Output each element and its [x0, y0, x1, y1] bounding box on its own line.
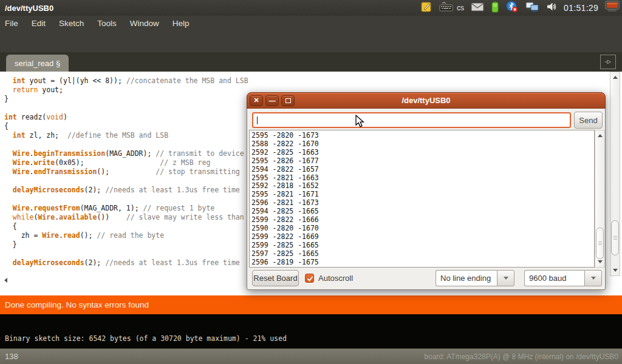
serial-monitor-window: ✕ — /dev/ttyUSB0 Send 2595 -2820 -167325…	[247, 92, 606, 290]
code-line: int zl, zh; //define the MSB and LSB	[4, 131, 248, 140]
tab-menu-button[interactable]	[600, 55, 616, 69]
scroll-up-icon[interactable]	[613, 76, 618, 79]
serial-output-line: 2596 -2821 -1673	[251, 199, 594, 207]
code-line: Wire.beginTransmission(MAG_ADDR); // tra…	[4, 149, 248, 158]
keyboard-icon[interactable]	[439, 1, 454, 15]
editor-scrollbar-thumb[interactable]	[611, 220, 619, 255]
code-line	[4, 195, 248, 204]
menu-item-sketch[interactable]: Sketch	[59, 19, 84, 28]
autoscroll-checkbox[interactable]	[305, 274, 314, 283]
close-button[interactable]: ✕	[250, 95, 263, 106]
network-icon[interactable]	[525, 1, 539, 15]
text-caret	[257, 116, 258, 124]
reset-board-button[interactable]: Reset Board	[252, 270, 299, 286]
serial-controls: Reset Board Autoscroll No line ending 96…	[247, 270, 606, 291]
code-line: while(Wire.available()) // slave may wri…	[4, 213, 248, 222]
autoscroll-label: Autoscroll	[318, 274, 353, 283]
code-line	[4, 140, 248, 149]
line-ending-select[interactable]: No line ending	[436, 270, 514, 286]
code-line: int yout = (yl|(yh << 8)); //concatenate…	[4, 76, 248, 86]
code-line: int readz(void)	[4, 113, 248, 122]
serial-output-line: 2595 -2820 -1673	[251, 132, 594, 140]
menu-item-tools[interactable]: Tools	[97, 19, 117, 28]
note-icon[interactable]	[420, 1, 432, 15]
code-line: delayMicroseconds(2); //needs at least 1…	[4, 186, 248, 195]
line-number: 138	[0, 352, 18, 361]
serial-window-title: /dev/ttyUSB0	[247, 96, 605, 105]
serial-output-line: 2588 -2822 -1670	[251, 140, 594, 149]
chevron-down-icon[interactable]	[497, 270, 514, 286]
code-line: }	[4, 95, 248, 104]
volume-icon[interactable]	[546, 1, 557, 15]
serial-output-line: 2595 -2821 -1663	[251, 174, 594, 183]
desktop: /dev/ttyUSB0 cs 01:51:	[0, 0, 622, 364]
code-line: zh = Wire.read(); // read the byte	[4, 231, 248, 240]
session-icon[interactable]	[605, 1, 620, 15]
serial-output-line: 2599 -2822 -1666	[251, 216, 594, 224]
serial-output-line: 2590 -2820 -1670	[251, 224, 594, 233]
menu-item-window[interactable]: Window	[130, 19, 159, 28]
editor-scrollbar[interactable]	[610, 72, 620, 276]
code-line	[4, 177, 248, 186]
serial-output-line: 2594 -2822 -1657	[251, 166, 594, 174]
code-line: delayMicroseconds(2); //needs at least 1…	[4, 258, 248, 268]
code-line: return yout;	[4, 86, 248, 95]
code-line: Wire.endTransmission(); // stop transmit…	[4, 167, 248, 177]
code-line	[4, 104, 248, 113]
serial-output-scrollbar[interactable]	[595, 130, 605, 268]
code-area[interactable]: int yout = (yl|(yh << 8)); //concatenate…	[4, 76, 248, 268]
maximize-button[interactable]	[281, 95, 295, 106]
serial-output-line: 2595 -2821 -1671	[251, 190, 594, 199]
serial-window-titlebar[interactable]: ✕ — /dev/ttyUSB0	[247, 92, 606, 109]
mouse-cursor	[355, 115, 364, 130]
line-ending-value[interactable]: No line ending	[436, 270, 497, 286]
tab-serial-read[interactable]: serial_read §	[6, 55, 69, 72]
serial-output: 2595 -2820 -16732588 -2822 -16702592 -28…	[249, 130, 595, 268]
console-output: Binary sketch size: 6542 bytes (of a 307…	[5, 334, 287, 343]
serial-input[interactable]	[252, 112, 571, 128]
serial-output-line: 2599 -2825 -1665	[251, 241, 594, 250]
clock[interactable]: 01:51:29	[564, 3, 598, 13]
serial-output-line: 2594 -2825 -1665	[251, 207, 594, 216]
baud-rate-select[interactable]: 9600 baud	[524, 270, 602, 286]
scroll-down-icon[interactable]	[598, 260, 603, 263]
serial-output-line: 2595 -2826 -1677	[251, 157, 594, 166]
code-line: }	[4, 240, 248, 249]
serial-scrollbar-thumb[interactable]	[596, 228, 604, 259]
code-line: {	[4, 122, 248, 131]
code-line: Wire.requestFrom(MAG_ADDR, 1); // reques…	[4, 204, 248, 213]
keyboard-layout-label[interactable]: cs	[457, 4, 464, 12]
menu-item-file[interactable]: File	[5, 19, 18, 28]
serial-output-line: 2592 -2825 -1663	[251, 149, 594, 157]
menu-item-edit[interactable]: Edit	[32, 19, 46, 28]
battery-icon[interactable]	[491, 1, 499, 15]
menu-item-help[interactable]: Help	[173, 19, 190, 28]
serial-output-line: 2599 -2822 -1669	[251, 233, 594, 241]
baud-rate-value[interactable]: 9600 baud	[524, 270, 584, 286]
top-panel: /dev/ttyUSB0 cs 01:51:	[0, 0, 622, 16]
footer-status-bar: 138 board: ATmega328P(A) @ 8 MHz (intern…	[0, 348, 622, 364]
serial-output-line: 2597 -2825 -1665	[251, 250, 594, 258]
send-button[interactable]: Send	[574, 112, 603, 129]
toolbar	[0, 30, 622, 52]
serial-output-line: 2592 -2818 -1652	[251, 182, 594, 190]
bluetooth-icon[interactable]	[506, 1, 518, 15]
tab-strip: serial_read §	[0, 52, 622, 72]
scroll-up-icon[interactable]	[598, 134, 603, 137]
minimize-button[interactable]: —	[265, 95, 279, 106]
scroll-down-icon[interactable]	[613, 269, 618, 272]
code-line: Wire.write(0x05); // z MSB reg	[4, 158, 248, 167]
window-title: /dev/ttyUSB0	[0, 4, 53, 13]
hscroll-left-arrow[interactable]	[4, 278, 7, 283]
code-line	[4, 249, 248, 258]
mail-icon[interactable]	[471, 2, 484, 14]
code-line: {	[4, 222, 248, 231]
system-tray: cs 01:51:29	[420, 0, 622, 16]
chevron-down-icon[interactable]	[584, 270, 602, 286]
serial-output-line: 2596 -2819 -1675	[251, 258, 594, 267]
status-bar: Done compiling. No syntax errors found	[0, 295, 622, 314]
status-message: Done compiling. No syntax errors found	[0, 300, 149, 309]
menu-bar: FileEditSketchToolsWindowHelp	[0, 16, 622, 30]
build-console: Binary sketch size: 6542 bytes (of a 307…	[0, 314, 622, 348]
board-info: board: ATmega328P(A) @ 8 MHz (internal) …	[425, 352, 622, 361]
